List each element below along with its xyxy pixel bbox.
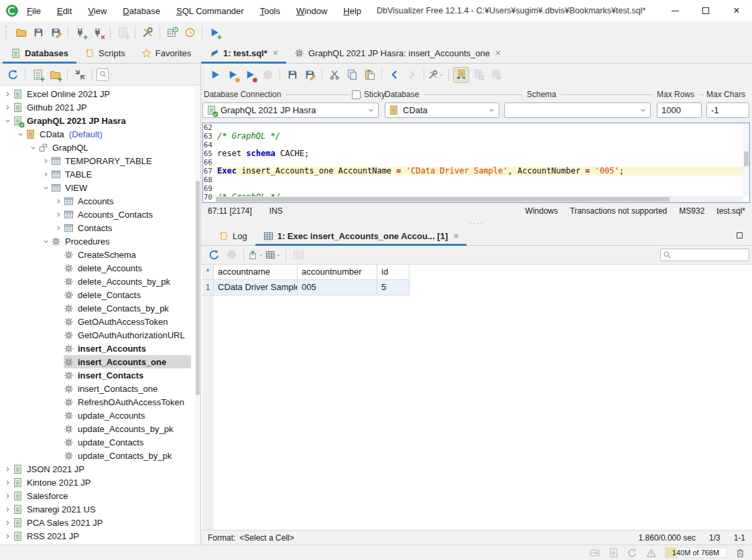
save-as-button[interactable] <box>48 24 64 40</box>
column-header-accountnumber[interactable]: accountnumber <box>298 265 377 280</box>
export-button[interactable] <box>248 247 264 263</box>
tree-item-getoauthaccesstoken[interactable]: GetOAuthAccessToken <box>0 315 195 328</box>
view-tab-scripts[interactable]: Scripts <box>76 43 133 63</box>
back-button[interactable] <box>386 67 402 83</box>
result-search-input[interactable] <box>672 250 749 261</box>
expand-icon[interactable] <box>41 236 51 246</box>
minimize-button[interactable] <box>660 0 690 21</box>
create-database-button[interactable] <box>115 24 131 40</box>
expand-icon[interactable] <box>41 183 51 192</box>
tree-item-graphql[interactable]: GraphQL <box>0 141 195 154</box>
view-tab-databases[interactable]: Databases <box>3 43 76 63</box>
expand-icon[interactable] <box>3 102 13 112</box>
expand-icon[interactable] <box>3 504 13 514</box>
reconnect-icon[interactable] <box>627 548 637 558</box>
menu-view[interactable]: View <box>88 6 107 16</box>
disconnect-button[interactable] <box>90 24 106 40</box>
max-chars-input[interactable] <box>706 102 749 118</box>
settings-button[interactable] <box>428 67 444 83</box>
tree-item-excel-online-2021-jp[interactable]: Excel Online 2021 JP <box>0 87 195 100</box>
tree-item-insert-contacts[interactable]: insert_Contacts <box>0 368 195 382</box>
column-header-id[interactable]: id <box>377 265 410 280</box>
execute-current-button[interactable] <box>225 67 241 83</box>
close-tab-icon[interactable]: × <box>495 48 501 58</box>
refresh-button[interactable] <box>5 66 21 82</box>
tree-item-insert-contacts-one[interactable]: insert_Contacts_one <box>0 382 195 395</box>
expand-icon[interactable] <box>41 169 51 179</box>
tree-item-contacts[interactable]: Contacts <box>0 221 195 234</box>
result-tab-log[interactable]: Log <box>210 226 255 245</box>
max-rows-input[interactable] <box>657 102 702 118</box>
tree-item-github-2021-jp[interactable]: Github 2021 JP <box>0 100 195 114</box>
menu-file[interactable]: File <box>27 6 41 16</box>
tree-item-delete-contacts[interactable]: delete_Contacts <box>0 288 195 301</box>
database-connection-select[interactable]: GraphQL 2021 JP Hasra <box>202 102 379 118</box>
tree-item-salesforce[interactable]: Salesforce <box>0 489 195 502</box>
tree-item-getoauthauthorizationurl[interactable]: GetOAuthAuthorizationURL <box>0 328 195 342</box>
code-line-63[interactable]: 63/* GraphQL */ <box>203 132 749 141</box>
auto-commit-button[interactable] <box>453 67 469 83</box>
tree-item-delete-accounts[interactable]: delete_Accounts <box>0 261 195 275</box>
warning-icon[interactable] <box>646 548 656 558</box>
menu-window[interactable]: Window <box>296 6 327 16</box>
maximize-panel-icon[interactable] <box>737 232 743 238</box>
rollback-button[interactable] <box>488 67 504 83</box>
tree-item-insert-accounts-one[interactable]: insert_Accounts_one <box>0 355 195 368</box>
expand-icon[interactable] <box>28 143 38 152</box>
tree-item-update-accounts-by-pk[interactable]: update_Accounts_by_pk <box>0 422 195 435</box>
close-button[interactable]: × <box>721 0 752 21</box>
sticky-checkbox[interactable] <box>352 90 361 99</box>
connect-button[interactable] <box>72 24 88 40</box>
horizontal-splitter[interactable]: ···· <box>201 219 752 226</box>
tree-item-createschema[interactable]: CreateSchema <box>0 248 195 261</box>
grid-cell[interactable]: 5 <box>377 280 410 295</box>
tree-item-refreshoauthaccesstoken[interactable]: RefreshOAuthAccessToken <box>0 395 195 409</box>
trash-icon[interactable] <box>735 548 745 558</box>
scrollbar-thumb[interactable] <box>744 151 749 166</box>
forward-button[interactable] <box>403 67 420 83</box>
refresh-button[interactable] <box>206 247 222 263</box>
create-connection-button[interactable] <box>29 66 46 82</box>
tree-item-accounts[interactable]: Accounts <box>0 194 195 208</box>
stop-button[interactable] <box>259 67 275 83</box>
tree-item-rss-2021-jp[interactable]: RSS 2021 JP <box>0 529 195 543</box>
copy-button[interactable] <box>344 67 360 83</box>
close-tab-icon[interactable]: × <box>273 48 278 58</box>
tree-item-accounts-contacts[interactable]: Accounts_Contacts <box>0 208 195 221</box>
result-tab-1-exec-insert-accounts-one-accou-1[interactable]: 1: Exec insert_Accounts_one Accou... [1]… <box>255 226 467 245</box>
tree-item-kintone-2021-jp[interactable]: Kintone 2021 JP <box>0 476 195 489</box>
scrollbar-thumb[interactable] <box>216 197 670 202</box>
view-tab-favorites[interactable]: Favorites <box>133 43 199 63</box>
tree-item-graphql-2021-jp-hasra[interactable]: GraphQL 2021 JP Hasra <box>0 114 195 127</box>
execute-button[interactable] <box>207 67 223 83</box>
editor-vertical-scrollbar[interactable] <box>743 123 749 196</box>
paste-button[interactable] <box>361 67 377 83</box>
expand-icon[interactable] <box>3 89 13 98</box>
code-line-69[interactable]: 69 <box>203 184 749 193</box>
tree-item-temporary-table[interactable]: TEMPORARY_TABLE <box>0 154 195 167</box>
expand-icon[interactable] <box>15 129 25 139</box>
code-line-62[interactable]: 62 <box>203 123 749 132</box>
create-folder-button[interactable] <box>47 66 63 82</box>
menu-edit[interactable]: Edit <box>57 6 72 16</box>
tree-item-pca-sales-2021-jp[interactable]: PCA Sales 2021 JP <box>0 516 195 529</box>
tree-item-update-contacts-by-pk[interactable]: update_Contacts_by_pk <box>0 449 195 462</box>
tree-item-cdata[interactable]: CData(Default) <box>0 127 195 141</box>
schema-select[interactable] <box>504 102 651 118</box>
monitor-button[interactable] <box>164 24 180 40</box>
expand-icon[interactable] <box>3 491 13 500</box>
save-as-button[interactable] <box>302 67 318 83</box>
collapse-all-button[interactable] <box>72 66 88 82</box>
toolbar-drag-handle[interactable] <box>5 25 8 39</box>
sql-editor[interactable]: 6263/* GraphQL */6465reset schema CACHE;… <box>202 123 750 203</box>
pin-grid-button[interactable] <box>290 247 306 263</box>
expand-icon[interactable] <box>54 196 64 206</box>
memory-indicator[interactable]: 140M of 768M <box>665 547 727 558</box>
editor-tab-1-test-sql[interactable]: 1: test.sql*× <box>201 43 286 63</box>
grid-cell[interactable]: CData Driver Sample <box>214 280 298 295</box>
code-line-67[interactable]: 67Exec insert_Accounts_one AccountName =… <box>203 167 749 176</box>
editor-tab-graphql-2021-jp-hasra-insert-accounts-one[interactable]: GraphQL 2021 JP Hasra: insert_Accounts_o… <box>286 43 509 63</box>
filter-button[interactable] <box>97 66 113 82</box>
menu-database[interactable]: Database <box>123 6 160 16</box>
grid-view-button[interactable] <box>265 247 281 263</box>
